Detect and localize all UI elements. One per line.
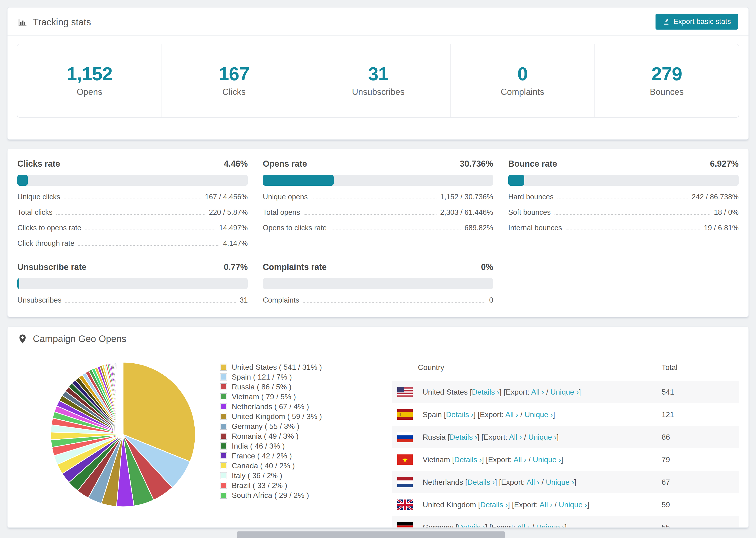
country-flag-icon bbox=[397, 387, 413, 397]
table-row: Germany [Details ›] [Export: All › / Uni… bbox=[392, 516, 739, 528]
export-unique-link[interactable]: Unique › bbox=[536, 523, 565, 528]
legend-swatch bbox=[220, 462, 227, 469]
column-header-country: Country bbox=[392, 363, 662, 372]
export-unique-link[interactable]: Unique › bbox=[550, 388, 579, 396]
country-flag-icon bbox=[397, 500, 413, 510]
rate-block: Unsubscribe rate0.77%Unsubscribes31 bbox=[17, 262, 248, 304]
legend-item: Germany ( 55 / 3% ) bbox=[220, 421, 322, 431]
geo-table: Country Total United States [Details ›] … bbox=[392, 353, 739, 528]
details-link[interactable]: Details › bbox=[450, 433, 477, 441]
geo-opens-pie-chart bbox=[48, 359, 198, 510]
stat-value: 167 / 4.456% bbox=[205, 193, 248, 201]
horizontal-scrollbar[interactable] bbox=[237, 531, 505, 538]
dotted-leader bbox=[303, 302, 485, 302]
stat-label: Total opens bbox=[263, 208, 300, 217]
stat-label: Unique clicks bbox=[17, 193, 60, 201]
rate-percent: 30.736% bbox=[460, 159, 493, 169]
summary-label: Bounces bbox=[595, 87, 739, 117]
legend-label: United Kingdom ( 59 / 3% ) bbox=[232, 412, 322, 421]
summary-value: 279 bbox=[595, 63, 739, 85]
details-link[interactable]: Details › bbox=[480, 501, 508, 509]
stat-label: Click through rate bbox=[17, 239, 75, 248]
export-unique-link[interactable]: Unique › bbox=[524, 410, 553, 419]
rate-stat-row: Click through rate4.147% bbox=[17, 239, 248, 248]
export-label: [Export: bbox=[486, 456, 513, 464]
progress-bar bbox=[17, 175, 248, 186]
bracket: ] bbox=[565, 523, 567, 528]
progress-bar bbox=[17, 278, 248, 289]
legend-swatch bbox=[220, 373, 227, 381]
export-unique-link[interactable]: Unique › bbox=[533, 456, 561, 464]
bracket: ] bbox=[574, 478, 576, 486]
rate-block: Opens rate30.736%Unique opens1,152 / 30.… bbox=[263, 159, 493, 248]
stat-value: 0 bbox=[489, 296, 493, 304]
legend-swatch bbox=[220, 433, 227, 440]
legend-label: Brazil ( 33 / 2% ) bbox=[232, 481, 287, 490]
table-row: Netherlands [Details ›] [Export: All › /… bbox=[392, 471, 739, 493]
export-all-link[interactable]: All › bbox=[531, 388, 544, 396]
slash-separator: / bbox=[526, 456, 533, 464]
campaign-geo-opens-card: Campaign Geo Opens United States ( 541 /… bbox=[7, 327, 749, 528]
export-all-link[interactable]: All › bbox=[527, 478, 540, 486]
summary-stat: 167Clicks bbox=[162, 44, 306, 117]
details-link[interactable]: Details › bbox=[446, 410, 473, 419]
details-link[interactable]: Details › bbox=[454, 456, 482, 464]
stat-value: 4.147% bbox=[223, 239, 248, 248]
rate-stat-row: Unique opens1,152 / 30.736% bbox=[263, 193, 493, 201]
legend-label: Russia ( 86 / 5% ) bbox=[232, 383, 291, 391]
export-all-link[interactable]: All › bbox=[513, 456, 526, 464]
details-link[interactable]: Details › bbox=[472, 388, 499, 396]
slash-separator: / bbox=[522, 433, 528, 441]
progress-bar bbox=[263, 175, 493, 186]
country-flag-icon bbox=[397, 409, 413, 420]
stat-label: Total clicks bbox=[17, 208, 53, 217]
legend-swatch bbox=[220, 472, 227, 479]
country-cell: Netherlands [Details ›] [Export: All › /… bbox=[423, 478, 576, 487]
country-cell: Spain [Details ›] [Export: All › / Uniqu… bbox=[423, 410, 555, 419]
country-cell: United Kingdom [Details ›] [Export: All … bbox=[423, 501, 589, 509]
legend-item: United Kingdom ( 59 / 3% ) bbox=[220, 411, 322, 421]
details-link[interactable]: Details › bbox=[467, 478, 495, 486]
country-name: United States bbox=[423, 388, 470, 396]
summary-stat: 1,152Opens bbox=[17, 44, 162, 117]
legend-item: Italy ( 36 / 2% ) bbox=[220, 471, 322, 480]
progress-bar bbox=[508, 175, 739, 186]
summary-value: 167 bbox=[162, 63, 306, 85]
legend-label: France ( 42 / 2% ) bbox=[232, 452, 292, 460]
total-value: 67 bbox=[662, 478, 739, 487]
summary-stat: 31Unsubscribes bbox=[306, 44, 450, 117]
export-unique-link[interactable]: Unique › bbox=[559, 501, 587, 509]
legend-item: United States ( 541 / 31% ) bbox=[220, 362, 322, 372]
export-all-link[interactable]: All › bbox=[505, 410, 518, 419]
export-all-link[interactable]: All › bbox=[509, 433, 522, 441]
stat-label: Complaints bbox=[263, 296, 299, 304]
stat-value: 19 / 6.81% bbox=[704, 224, 739, 232]
details-link[interactable]: Details › bbox=[458, 523, 485, 528]
table-row: Russia [Details ›] [Export: All › / Uniq… bbox=[392, 426, 739, 448]
bracket: ] bbox=[477, 433, 482, 441]
export-unique-link[interactable]: Unique › bbox=[546, 478, 574, 486]
export-basic-stats-button[interactable]: Export basic stats bbox=[656, 14, 738, 29]
stat-label: Hard bounces bbox=[508, 193, 554, 201]
bracket: [ bbox=[452, 456, 454, 464]
bracket: ] bbox=[557, 433, 559, 441]
stat-value: 18 / 0% bbox=[714, 208, 739, 217]
export-all-link[interactable]: All › bbox=[517, 523, 530, 528]
country-flag-icon bbox=[397, 432, 413, 442]
bracket: ] bbox=[587, 501, 589, 509]
progress-bar bbox=[263, 278, 493, 289]
country-cell: Russia [Details ›] [Export: All › / Uniq… bbox=[423, 433, 559, 442]
legend-item: Spain ( 121 / 7% ) bbox=[220, 372, 322, 382]
export-all-link[interactable]: All › bbox=[540, 501, 553, 509]
slash-separator: / bbox=[530, 523, 536, 528]
stat-label: Opens to clicks rate bbox=[263, 224, 327, 232]
stat-value: 2,303 / 61.446% bbox=[440, 208, 493, 217]
summary-value: 1,152 bbox=[17, 63, 162, 85]
rate-block: Clicks rate4.46%Unique clicks167 / 4.456… bbox=[17, 159, 248, 248]
summary-value: 31 bbox=[306, 63, 450, 85]
summary-label: Clicks bbox=[162, 87, 306, 117]
country-flag-icon bbox=[397, 477, 413, 487]
stat-value: 1,152 / 30.736% bbox=[440, 193, 493, 201]
export-unique-link[interactable]: Unique › bbox=[528, 433, 557, 441]
dotted-leader bbox=[304, 214, 436, 215]
